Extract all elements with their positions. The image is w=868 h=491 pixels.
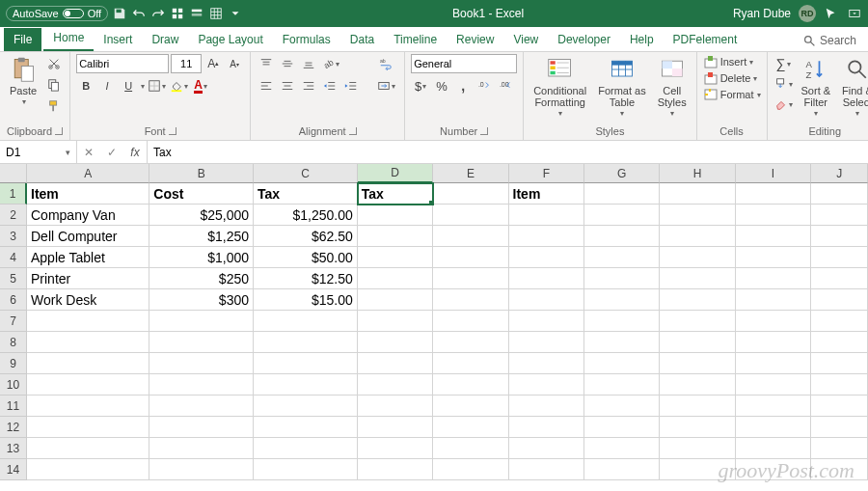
cell[interactable]: [584, 459, 660, 480]
cell[interactable]: [149, 417, 254, 438]
increase-decimal-button[interactable]: .0: [475, 76, 494, 95]
cell[interactable]: [811, 226, 868, 247]
dialog-launcher-icon[interactable]: [55, 127, 63, 135]
cell[interactable]: [811, 417, 868, 438]
cell[interactable]: [358, 396, 433, 417]
decrease-decimal-button[interactable]: .00: [496, 76, 515, 95]
row-header[interactable]: 4: [0, 247, 27, 268]
shrink-font-button[interactable]: A▾: [225, 54, 244, 73]
cell[interactable]: [660, 311, 735, 332]
align-middle-button[interactable]: [278, 54, 297, 73]
conditional-formatting-button[interactable]: Conditional Formatting▾: [529, 54, 590, 121]
cell[interactable]: [358, 332, 433, 353]
cell[interactable]: [584, 438, 660, 459]
fill-button[interactable]: ▾: [773, 74, 794, 94]
cell[interactable]: [433, 374, 508, 396]
username[interactable]: Ryan Dube: [733, 7, 791, 20]
grow-font-button[interactable]: A▴: [203, 54, 223, 73]
align-top-button[interactable]: [257, 54, 276, 73]
cell[interactable]: [254, 438, 358, 459]
cell[interactable]: [254, 374, 358, 396]
cell[interactable]: [358, 226, 433, 247]
cell[interactable]: [27, 459, 149, 480]
cell[interactable]: [584, 183, 660, 205]
fx-button[interactable]: fx: [123, 146, 147, 159]
tab-formulas[interactable]: Formulas: [273, 28, 340, 51]
cell[interactable]: [149, 396, 254, 417]
cell[interactable]: [149, 332, 254, 353]
cell[interactable]: [433, 417, 508, 438]
cell[interactable]: Apple Tablet: [27, 247, 149, 268]
cell[interactable]: Tax: [254, 183, 358, 205]
copy-button[interactable]: [44, 75, 64, 95]
cell[interactable]: [509, 353, 584, 374]
tab-file[interactable]: File: [4, 28, 41, 51]
cell[interactable]: [584, 289, 660, 311]
currency-button[interactable]: $▾: [411, 76, 430, 95]
user-avatar[interactable]: RD: [799, 5, 816, 22]
tab-help[interactable]: Help: [620, 28, 664, 51]
merge-button[interactable]: ▾: [373, 76, 398, 95]
cell[interactable]: $250: [149, 268, 254, 289]
clear-button[interactable]: ▾: [773, 95, 794, 114]
cell[interactable]: [509, 417, 584, 438]
cell[interactable]: $25,000: [149, 205, 254, 226]
cell[interactable]: [736, 226, 811, 247]
percent-button[interactable]: %: [432, 76, 451, 95]
tab-data[interactable]: Data: [340, 28, 384, 51]
cell[interactable]: [358, 417, 433, 438]
cell[interactable]: [811, 268, 868, 289]
cell[interactable]: Item: [27, 183, 149, 205]
row-header[interactable]: 5: [0, 268, 27, 289]
col-header[interactable]: J: [811, 164, 868, 183]
cell[interactable]: [660, 332, 735, 353]
tab-view[interactable]: View: [503, 28, 548, 51]
cell[interactable]: [433, 332, 508, 353]
cell[interactable]: [358, 459, 433, 480]
cell[interactable]: [811, 205, 868, 226]
cell[interactable]: [811, 438, 868, 459]
cell[interactable]: [736, 311, 811, 332]
undo-icon[interactable]: [131, 6, 147, 21]
cell[interactable]: [509, 205, 584, 226]
cell[interactable]: [358, 438, 433, 459]
cell[interactable]: [660, 438, 735, 459]
row-header[interactable]: 12: [0, 417, 27, 438]
find-select-button[interactable]: Find & Select▾: [838, 54, 868, 121]
col-header[interactable]: D: [358, 164, 433, 183]
cell[interactable]: [584, 311, 660, 332]
cell[interactable]: [811, 247, 868, 268]
cell[interactable]: Item: [509, 183, 584, 205]
cell[interactable]: [254, 459, 358, 480]
cell[interactable]: $1,250: [149, 226, 254, 247]
dialog-launcher-icon[interactable]: [349, 127, 357, 135]
cell[interactable]: [736, 438, 811, 459]
row-header[interactable]: 10: [0, 374, 27, 396]
tab-review[interactable]: Review: [447, 28, 503, 51]
cell[interactable]: [811, 311, 868, 332]
cell[interactable]: [584, 353, 660, 374]
cell[interactable]: [811, 374, 868, 396]
save-icon[interactable]: [112, 6, 127, 21]
cell[interactable]: [433, 438, 508, 459]
cell[interactable]: [509, 332, 584, 353]
col-header[interactable]: G: [584, 164, 660, 183]
cell[interactable]: [660, 183, 735, 205]
cell[interactable]: Cost: [149, 183, 254, 205]
row-header[interactable]: 13: [0, 438, 27, 459]
cell[interactable]: [584, 396, 660, 417]
cell[interactable]: [358, 374, 433, 396]
cell[interactable]: [433, 459, 508, 480]
number-format-select[interactable]: [411, 54, 517, 73]
row-header[interactable]: 3: [0, 226, 27, 247]
cell[interactable]: [736, 268, 811, 289]
cell[interactable]: [660, 417, 735, 438]
cell[interactable]: [149, 353, 254, 374]
cell[interactable]: [254, 311, 358, 332]
cell[interactable]: [736, 205, 811, 226]
cell[interactable]: [509, 374, 584, 396]
cell[interactable]: [660, 226, 735, 247]
ribbon-options-icon[interactable]: [847, 6, 862, 21]
row-header[interactable]: 8: [0, 332, 27, 353]
fill-color-button[interactable]: ▾: [169, 76, 189, 95]
